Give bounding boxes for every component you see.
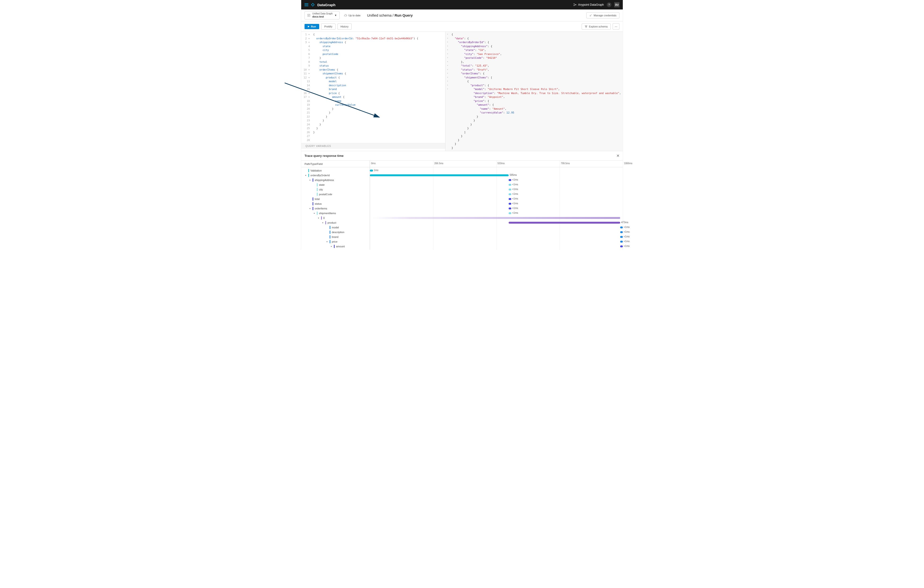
duration-label: <1ms	[512, 188, 518, 190]
expand-toggle[interactable]: ▾	[322, 222, 324, 224]
trace-row[interactable]: Validation	[301, 168, 370, 173]
type-pill	[317, 188, 318, 191]
trace-field-label: 0	[323, 216, 325, 220]
duration-bar	[509, 208, 511, 210]
trace-row[interactable]: city	[301, 187, 370, 192]
query-variables-toggle[interactable]: QUERY VARIABLES	[301, 143, 445, 149]
trace-row[interactable]: ▾orderItems	[301, 206, 370, 211]
duration-label: <1ms	[624, 231, 630, 233]
trace-row[interactable]: ▾price	[301, 239, 370, 244]
expand-toggle[interactable]: ▾	[313, 212, 315, 215]
trace-bar-row: <1ms	[370, 197, 623, 202]
trace-row[interactable]: ▾amount	[301, 244, 370, 249]
expand-toggle[interactable]: ▾	[309, 208, 311, 210]
duration-bar	[509, 212, 511, 214]
app-header: DataGraph Anypoint DataGraph ? DU	[301, 0, 623, 10]
trace-bar-row: <1ms	[370, 202, 623, 206]
trace-row[interactable]: description	[301, 230, 370, 235]
duration-bar	[620, 231, 623, 233]
expand-toggle[interactable]: ▾	[330, 245, 332, 248]
trace-bar-row: <1ms	[370, 182, 623, 187]
schema-icon	[585, 25, 587, 28]
type-pill	[308, 173, 309, 177]
type-pill	[313, 178, 313, 182]
trace-field-label: ordersByOrderId	[310, 174, 330, 177]
trace-row[interactable]: ▾shipmentItems	[301, 211, 370, 216]
trace-row[interactable]: ▾product	[301, 220, 370, 225]
more-menu-button[interactable]: ···	[612, 23, 619, 30]
query-code[interactable]: { ordersByOrderId(orderId: "51c0ba3a-7e6…	[312, 32, 446, 143]
nodes-icon	[573, 3, 577, 7]
trace-row[interactable]: model	[301, 225, 370, 230]
duration-label: <1ms	[512, 183, 518, 186]
trace-row[interactable]: ▾ordersByOrderId	[301, 173, 370, 178]
trace-field-label: product	[327, 221, 336, 224]
path-column-header: Path/Type/Field	[301, 160, 370, 167]
trace-path-tree: Validation▾ordersByOrderId▾shippingAddre…	[301, 167, 370, 250]
duration-bar	[620, 245, 623, 247]
query-toolbar: Run Prettify History Explore schema ···	[301, 21, 623, 32]
svg-rect-10	[585, 26, 586, 26]
close-icon[interactable]: ✕	[616, 154, 619, 158]
expand-toggle[interactable]: ▾	[317, 217, 320, 219]
explore-schema-button[interactable]: Explore schema	[582, 23, 611, 30]
type-pill	[313, 202, 313, 205]
trace-bar-row: <1ms	[370, 192, 623, 197]
project-line2: docs-test	[312, 15, 333, 18]
type-pill	[313, 197, 313, 201]
duration-label: <1ms	[512, 207, 518, 210]
trace-row[interactable]: ▾shippingAddress	[301, 178, 370, 182]
query-editor[interactable]: 1 ▾2 ▾3 ▾4 5 6 7 8 9 10 ▾11 ▾12 ▾13 14 1…	[301, 32, 446, 151]
product-link[interactable]: Anypoint DataGraph	[573, 3, 604, 7]
expand-toggle[interactable]: ▾	[309, 179, 311, 181]
trace-bar-row: 1ms	[370, 168, 623, 173]
duration-bar	[509, 222, 620, 224]
duration-label: <1ms	[512, 211, 518, 214]
duration-label: <1ms	[624, 245, 630, 247]
prettify-button[interactable]: Prettify	[321, 23, 335, 30]
duration-label: <1ms	[624, 226, 630, 228]
trace-row[interactable]: status	[301, 202, 370, 206]
run-button[interactable]: Run	[305, 24, 319, 29]
type-pill	[317, 193, 318, 196]
duration-bar	[620, 236, 623, 238]
type-pill	[330, 235, 330, 239]
duration-bar	[509, 203, 511, 205]
duration-bar	[370, 170, 373, 172]
key-icon	[589, 14, 592, 17]
type-pill	[334, 245, 335, 248]
duration-label: 1ms	[374, 169, 378, 172]
user-avatar[interactable]: DU	[614, 2, 619, 7]
result-code[interactable]: { "data": { "ordersByOrderId": { "shippi…	[450, 32, 623, 151]
trace-row[interactable]: ▾0	[301, 216, 370, 220]
trace-bar-row: 473ms	[370, 220, 623, 225]
trace-field-label: orderItems	[315, 207, 327, 210]
duration-bar	[509, 188, 511, 190]
duration-bar	[509, 198, 511, 200]
expand-toggle[interactable]: ▾	[305, 174, 307, 177]
trace-bar-row: 585ms	[370, 173, 623, 178]
duration-bar	[509, 184, 511, 186]
sync-status: Up to date	[344, 14, 361, 17]
trace-bar-row: <1ms	[370, 178, 623, 182]
history-button[interactable]: History	[337, 23, 351, 30]
type-pill	[313, 207, 313, 210]
chevron-down-icon: ▼	[335, 14, 337, 17]
manage-credentials-button[interactable]: Manage credentials	[586, 12, 619, 18]
menu-icon[interactable]	[305, 3, 308, 6]
trace-row[interactable]: total	[301, 197, 370, 202]
trace-field-label: Validation	[310, 169, 322, 172]
svg-rect-5	[308, 14, 310, 17]
duration-bar	[620, 241, 623, 243]
svg-rect-12	[586, 27, 587, 28]
duration-label: <1ms	[512, 202, 518, 205]
type-pill	[330, 240, 330, 243]
trace-row[interactable]: brand	[301, 235, 370, 239]
help-icon[interactable]: ?	[607, 2, 611, 7]
expand-toggle[interactable]: ▾	[326, 241, 328, 243]
duration-label: <1ms	[624, 235, 630, 238]
trace-row[interactable]: state	[301, 182, 370, 187]
project-selector[interactable]: Unified Data Graph docs-test ▼	[305, 11, 340, 20]
duration-bar	[370, 174, 509, 176]
trace-row[interactable]: postalCode	[301, 192, 370, 197]
